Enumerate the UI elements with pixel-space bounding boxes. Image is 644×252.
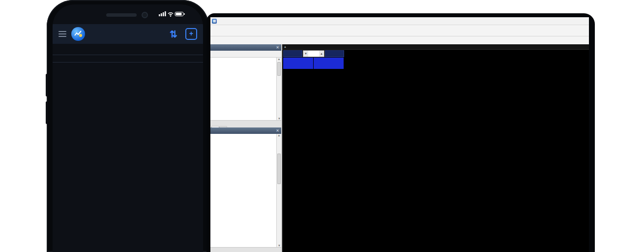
volume-decrease-button[interactable]: ▼ [303,51,308,57]
market-watch-tabs [210,120,281,127]
navigator-titlebar: ✕ [210,127,281,134]
phone-volume-button [46,101,48,124]
volume-increase-button[interactable]: ▲ [319,51,324,57]
phone-screen: ⇅ + [53,4,203,252]
market-watch-scrollbar[interactable]: ▲▼ [276,58,281,120]
tab-tick-chart[interactable] [219,126,227,127]
market-watch-panel: ✕ ▲▼ [210,44,281,127]
tab-symbols[interactable] [211,126,219,127]
phone-camera [142,12,148,18]
chart-window: ▲ ▼ ▲ [282,44,589,252]
close-icon[interactable]: ✕ [276,128,279,133]
tablet-device: ▦ ✕ [206,13,595,252]
positions-section-title [53,55,203,62]
menu-bar: ▦ [210,17,589,25]
volume-stepper: ▼ ▲ [303,50,324,57]
market-watch-titlebar: ✕ [210,44,281,51]
phone-device: ⇅ + [47,0,209,252]
screenshot-canvas: ⇅ + ▦ ✕ [0,0,644,252]
chart-collapse-icon[interactable]: ▲ [284,45,287,48]
toolbar-standard [210,25,589,36]
chart-canvas[interactable] [282,50,589,252]
account-summary [53,44,203,51]
phone-app-header: ⇅ + [53,24,203,44]
navigator-tabs [210,247,281,252]
phone-status-bar [53,4,203,23]
mt4-app-icon: ▦ [212,19,217,24]
close-icon[interactable]: ✕ [276,45,279,50]
market-watch-rows: ▲▼ [210,58,281,120]
mt4-window: ▦ ✕ [210,17,589,252]
divider [53,62,203,63]
navigator-scrollbar[interactable]: ▲▼ [276,134,281,247]
navigator-tree: ▲▼ [210,134,281,247]
sell-button[interactable] [283,50,302,57]
one-click-trading-panel: ▼ ▲ [283,50,344,69]
app-logo [71,27,85,41]
status-icons [159,11,185,17]
market-watch-header [210,51,281,58]
buy-button[interactable] [325,50,344,57]
buy-price[interactable] [314,58,344,69]
hamburger-menu-icon[interactable] [59,30,66,38]
new-order-icon[interactable]: + [185,28,197,40]
navigator-panel: ✕ ▲▼ [210,127,281,252]
phone-speaker [106,13,137,17]
sell-price[interactable] [283,58,313,69]
battery-icon [176,13,182,15]
wifi-icon [168,13,173,14]
chart-titlebar: ▲ [282,44,589,50]
sort-transfer-icon[interactable]: ⇅ [170,29,177,40]
phone-volume-button [46,74,48,96]
left-panels: ✕ ▲▼ [210,44,281,252]
